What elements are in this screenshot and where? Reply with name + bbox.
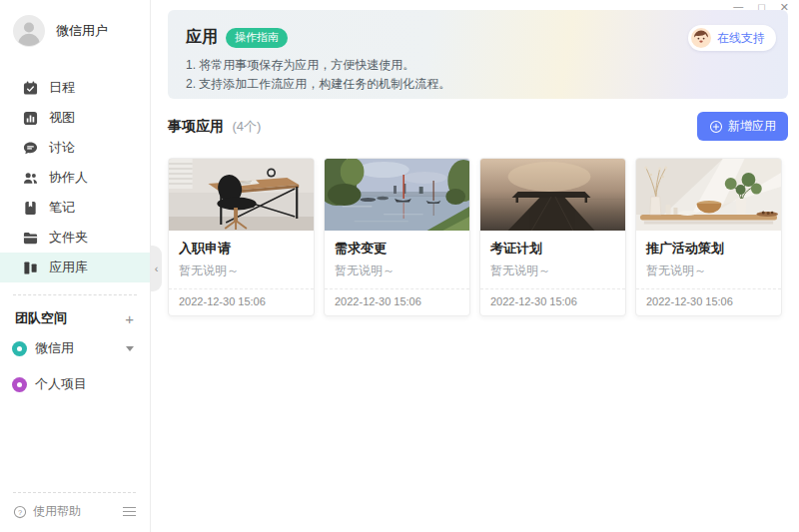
sidebar-item-label: 日程 [49, 79, 75, 97]
online-support-avatar [691, 28, 711, 48]
team-item-personal[interactable]: 个人项目 [0, 369, 150, 399]
sidebar-item-schedule[interactable]: 日程 [0, 73, 150, 103]
card-date: 2022-12-30 15:06 [169, 288, 314, 315]
sidebar-footer: ? 使用帮助 [0, 482, 150, 532]
menu-icon[interactable] [123, 507, 136, 516]
sidebar-menu: 日程 视图 讨论 协作人 笔记 文件夹 应用库 [0, 73, 150, 282]
banner-tips: 1. 将常用事项保存为应用，方便快速使用。 2. 支持添加工作流应用，构建任务的… [168, 48, 788, 94]
online-support-button[interactable]: 在线支持 [688, 25, 776, 51]
add-team-button[interactable]: + [125, 311, 134, 326]
main-content: — □ ✕ 应用 操作指南 1. 将常用事项保存为应用，方便快速使用。 2. 支… [152, 0, 799, 532]
sidebar-divider [13, 294, 137, 295]
card-date: 2022-12-30 15:06 [325, 288, 469, 315]
sidebar-item-notes[interactable]: 笔记 [0, 193, 150, 223]
card-description: 暂无说明～ [179, 263, 304, 279]
app-card-promotion-planning[interactable]: 推广活动策划 暂无说明～ 2022-12-30 15:06 [635, 158, 782, 316]
team-item-label: 个人项目 [35, 375, 87, 393]
sidebar-item-folders[interactable]: 文件夹 [0, 223, 150, 253]
card-description: 暂无说明～ [646, 263, 771, 279]
sidebar-item-label: 讨论 [49, 139, 75, 157]
sidebar-item-views[interactable]: 视图 [0, 103, 150, 133]
team-item-label: 微信用 [35, 339, 74, 357]
calendar-icon [23, 81, 38, 96]
online-support-label: 在线支持 [717, 30, 765, 47]
help-label[interactable]: 使用帮助 [33, 503, 81, 520]
sidebar-collapse-handle[interactable]: ‹ [151, 246, 162, 291]
card-date: 2022-12-30 15:06 [480, 288, 625, 315]
folder-icon [23, 231, 38, 246]
operation-guide-badge[interactable]: 操作指南 [226, 28, 288, 48]
section-count: (4个) [232, 119, 261, 134]
sidebar: 微信用户 日程 视图 讨论 协作人 笔记 文件夹 应用库 [0, 0, 151, 532]
team-avatar-teal [12, 341, 27, 356]
add-app-label: 新增应用 [728, 118, 776, 135]
app-card-onboarding[interactable]: 入职申请 暂无说明～ 2022-12-30 15:06 [168, 158, 315, 316]
app-card-list: 入职申请 暂无说明～ 2022-12-30 15:06 [168, 158, 782, 316]
team-avatar-purple [12, 377, 27, 392]
user-profile[interactable]: 微信用户 [0, 0, 150, 47]
card-title: 推广活动策划 [646, 240, 771, 258]
sidebar-item-discussion[interactable]: 讨论 [0, 133, 150, 163]
team-item-wechat[interactable]: 微信用 [0, 333, 150, 363]
user-name: 微信用户 [56, 22, 108, 40]
help-icon: ? [13, 505, 27, 519]
caret-down-icon[interactable] [126, 346, 134, 351]
card-image-foggy-pier [480, 159, 625, 231]
card-title: 考证计划 [490, 240, 615, 258]
card-image-desk-chair [169, 159, 314, 231]
team-space-header: 团队空间 + [0, 307, 150, 327]
notes-icon [23, 201, 38, 216]
page-title: 应用 [186, 27, 218, 48]
card-image-shelf-vases [636, 159, 781, 231]
card-description: 暂无说明～ [335, 263, 459, 279]
team-space-title: 团队空间 [15, 309, 67, 327]
app-card-exam-plan[interactable]: 考证计划 暂无说明～ 2022-12-30 15:06 [479, 158, 626, 316]
sidebar-item-app-library[interactable]: 应用库 [0, 253, 150, 282]
sidebar-item-label: 笔记 [49, 199, 75, 217]
circle-plus-icon [709, 120, 723, 134]
card-title: 需求变更 [335, 240, 459, 258]
sidebar-item-label: 应用库 [49, 259, 88, 276]
footer-divider [13, 492, 136, 493]
section-header: 事项应用 (4个) 新增应用 [168, 112, 788, 141]
card-title: 入职申请 [179, 240, 304, 258]
card-description: 暂无说明～ [490, 263, 615, 279]
sidebar-item-label: 文件夹 [49, 229, 88, 247]
discussion-icon [23, 141, 38, 156]
banner-tip-1: 1. 将常用事项保存为应用，方便快速使用。 [186, 56, 788, 75]
apps-icon [23, 261, 38, 275]
section-title: 事项应用 [168, 118, 224, 134]
card-image-boats-painting [325, 159, 469, 231]
collaborators-icon [23, 171, 38, 186]
sidebar-item-collaborators[interactable]: 协作人 [0, 163, 150, 193]
card-date: 2022-12-30 15:06 [636, 288, 781, 315]
user-avatar [13, 15, 45, 47]
views-icon [23, 111, 38, 126]
sidebar-item-label: 协作人 [49, 169, 88, 187]
guide-banner: 应用 操作指南 1. 将常用事项保存为应用，方便快速使用。 2. 支持添加工作流… [168, 10, 788, 99]
banner-tip-2: 2. 支持添加工作流应用，构建任务的机制化流程。 [186, 75, 788, 94]
app-card-requirement-change[interactable]: 需求变更 暂无说明～ 2022-12-30 15:06 [324, 158, 470, 316]
svg-text:?: ? [18, 507, 22, 516]
sidebar-item-label: 视图 [49, 109, 75, 127]
add-app-button[interactable]: 新增应用 [697, 112, 788, 141]
